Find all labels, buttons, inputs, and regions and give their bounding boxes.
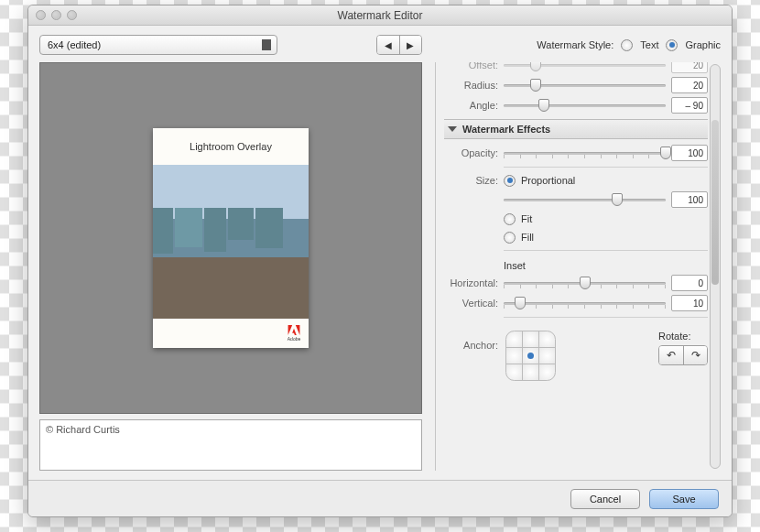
updown-icon: ▲▼ (264, 38, 271, 51)
watermark-editor-window: Watermark Editor 6x4 (edited) ▲▼ ◀ ▶ Wat… (27, 5, 733, 517)
anchor-rotate-row: Anchor: Rota (445, 331, 708, 380)
inset-horizontal-slider[interactable] (504, 277, 666, 289)
content-area: 6x4 (edited) ▲▼ ◀ ▶ Watermark Style: Tex… (28, 26, 732, 480)
size-fit-radio[interactable] (504, 213, 516, 225)
opacity-row: Opacity: 100 (445, 143, 708, 163)
preview-footer: Adobe (153, 319, 309, 348)
effects-header-label: Watermark Effects (462, 124, 550, 135)
radius-label: Radius: (445, 80, 498, 91)
size-fill-label: Fill (521, 232, 534, 243)
style-graphic-label: Graphic (685, 39, 721, 50)
preview-frame: Lightroom Overlay Adobe (39, 62, 422, 414)
inset-vertical-slider[interactable] (504, 297, 666, 309)
main-area: Lightroom Overlay Adobe © Richard Curtis (39, 62, 721, 471)
anchor-bottom-right[interactable] (538, 364, 556, 381)
anchor-bottom[interactable] (522, 364, 539, 381)
opacity-slider[interactable] (504, 147, 666, 159)
settings-panel: Offset: 20 Radius: 20 Angle: – 90 (435, 62, 708, 471)
anchor-top[interactable] (522, 331, 539, 348)
prev-button[interactable]: ◀ (377, 36, 399, 54)
anchor-right[interactable] (538, 347, 556, 364)
size-value[interactable]: 100 (671, 191, 708, 208)
rotate-group: Rotate: ↶ ↷ (658, 331, 708, 365)
preset-select-value: 6x4 (edited) (48, 39, 101, 50)
cancel-button[interactable]: Cancel (570, 489, 640, 509)
size-fill-row: Fill (445, 228, 708, 246)
preview-document: Lightroom Overlay Adobe (153, 128, 309, 348)
offset-value[interactable]: 20 (671, 62, 708, 73)
credit-text: © Richard Curtis (46, 424, 120, 435)
anchor-label: Anchor: (445, 331, 498, 351)
inset-vertical-label: Vertical: (445, 298, 498, 309)
radius-row: Radius: 20 (445, 75, 708, 95)
watermark-style-label: Watermark Style: (537, 39, 613, 50)
size-slider-row: 100 (445, 190, 708, 210)
inset-title: Inset (445, 260, 708, 271)
size-fill-radio[interactable] (504, 232, 516, 244)
angle-row: Angle: – 90 (445, 95, 708, 115)
radius-slider[interactable] (504, 79, 666, 92)
left-pane: Lightroom Overlay Adobe © Richard Curtis (39, 62, 422, 471)
rotate-cw-button[interactable]: ↷ (683, 346, 707, 364)
anchor-center[interactable] (522, 347, 539, 364)
size-label: Size: (445, 175, 498, 186)
preset-select[interactable]: 6x4 (edited) ▲▼ (39, 35, 277, 55)
offset-row: Offset: 20 (445, 62, 708, 75)
style-graphic-radio[interactable] (666, 39, 678, 51)
anchor-top-left[interactable] (505, 331, 523, 348)
size-slider[interactable] (504, 193, 666, 206)
adobe-logo-label: Adobe (288, 336, 300, 342)
window-title: Watermark Editor (28, 9, 732, 22)
opacity-value[interactable]: 100 (671, 145, 708, 161)
preview-photo (153, 165, 309, 319)
style-text-radio[interactable] (621, 39, 633, 51)
right-pane: Offset: 20 Radius: 20 Angle: – 90 (435, 62, 721, 471)
save-button[interactable]: Save (649, 489, 719, 509)
size-proportional-label: Proportional (521, 175, 575, 186)
titlebar: Watermark Editor (28, 5, 732, 26)
footer: Cancel Save (28, 480, 732, 516)
angle-label: Angle: (445, 100, 498, 111)
anchor-left[interactable] (505, 347, 523, 364)
angle-slider[interactable] (504, 99, 666, 112)
watermark-effects-header[interactable]: Watermark Effects (444, 119, 708, 139)
preview-nav: ◀ ▶ (376, 35, 422, 55)
opacity-label: Opacity: (445, 147, 498, 158)
size-proportional-row: Size: Proportional (445, 171, 708, 190)
overlay-title: Lightroom Overlay (153, 128, 309, 165)
offset-slider[interactable] (504, 62, 666, 71)
anchor-grid (505, 331, 555, 380)
adobe-logo-icon: Adobe (287, 325, 301, 342)
rotate-label: Rotate: (658, 331, 690, 342)
top-controls: 6x4 (edited) ▲▼ ◀ ▶ Watermark Style: Tex… (39, 35, 721, 55)
cancel-button-label: Cancel (590, 494, 621, 505)
inset-vertical-row: Vertical: 10 (445, 293, 708, 313)
rotate-ccw-button[interactable]: ↶ (659, 346, 683, 364)
anchor-bottom-left[interactable] (505, 364, 523, 381)
inset-horizontal-row: Horizontal: 0 (445, 273, 708, 293)
save-button-label: Save (672, 494, 695, 505)
disclosure-triangle-icon (448, 126, 457, 132)
inset-vertical-value[interactable]: 10 (671, 295, 708, 311)
credit-text-field[interactable]: © Richard Curtis (39, 419, 422, 471)
style-text-label: Text (640, 39, 658, 50)
radius-value[interactable]: 20 (671, 77, 708, 93)
panel-scrollbar[interactable] (710, 64, 721, 469)
watermark-style-row: Watermark Style: Text Graphic (537, 39, 721, 51)
offset-label: Offset: (445, 62, 498, 71)
inset-horizontal-label: Horizontal: (445, 277, 498, 288)
scrollbar-thumb[interactable] (711, 120, 719, 285)
angle-value[interactable]: – 90 (671, 97, 708, 114)
next-button[interactable]: ▶ (399, 36, 422, 54)
inset-horizontal-value[interactable]: 0 (671, 275, 708, 291)
size-fit-row: Fit (445, 210, 708, 228)
anchor-top-right[interactable] (538, 331, 556, 348)
size-proportional-radio[interactable] (504, 175, 516, 187)
size-fit-label: Fit (521, 213, 532, 224)
